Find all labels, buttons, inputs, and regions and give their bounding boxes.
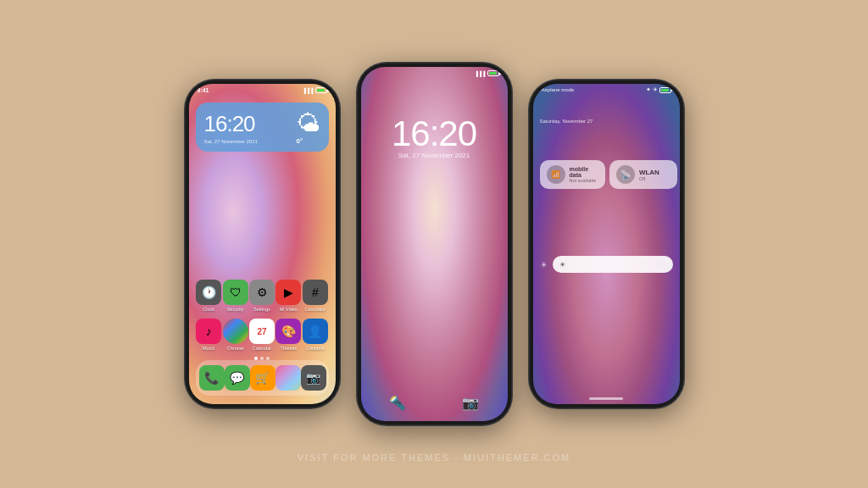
mivideo-icon: ▶ <box>275 280 301 305</box>
app-themes[interactable]: 🎨 Themes <box>275 319 302 351</box>
cc-status-icons: ✦ ✈ <box>646 86 671 93</box>
lock-date: Sat, 27 November 2021 <box>361 152 508 159</box>
app-chrome[interactable]: Chrome <box>222 319 248 351</box>
settings-label: Settings <box>253 307 270 312</box>
themes-icon: 🎨 <box>275 319 301 344</box>
dock-store[interactable]: 🛒 <box>250 365 275 391</box>
dock-camera[interactable]: 📷 <box>301 365 326 391</box>
control-wallpaper <box>533 84 680 404</box>
lock-battery-icon <box>487 70 499 76</box>
chrome-label: Chrome <box>227 346 244 351</box>
wlan-tile[interactable]: 📡 WLAN Off <box>609 160 677 189</box>
airplane-label: Airplane mode <box>542 87 575 92</box>
flashlight-icon[interactable]: 🔦 <box>389 395 406 411</box>
dock-messages[interactable]: 💬 <box>225 365 250 391</box>
store-icon: 🛒 <box>250 365 275 391</box>
music-icon: ♪ <box>196 319 221 344</box>
music-label: Music <box>203 346 214 351</box>
wlan-tile-status: Off <box>639 176 670 181</box>
app-row-2: ♪ Music Chrome 27 Calendar 🎨 Themes <box>189 319 336 351</box>
weather-icon: 🌤 <box>297 109 320 137</box>
lock-status-icons: ▐▐▐ <box>475 70 499 76</box>
themes-label: Themes <box>280 346 297 351</box>
calendar-icon: 27 <box>249 319 275 344</box>
lock-camera-icon[interactable]: 📷 <box>462 395 479 411</box>
cc-battery-icon <box>659 87 671 93</box>
contacts-icon: 👤 <box>303 319 328 344</box>
security-label: Security <box>227 307 244 312</box>
camera-icon: 📷 <box>301 365 326 391</box>
dock-phone[interactable]: 📞 <box>199 365 225 391</box>
lock-status-bar: ▐▐▐ <box>361 67 508 78</box>
chrome-icon <box>223 319 248 344</box>
clock-icon: 🕐 <box>196 280 221 305</box>
mobile-tile-icon: 📶 <box>547 165 565 184</box>
home-status-time: 9:41 <box>198 87 209 93</box>
app-clock[interactable]: 🕐 Clock <box>196 280 222 312</box>
phone-control: Airplane mode ✦ ✈ 16:21 Saturday, Novemb… <box>528 79 685 409</box>
phone-home: 9:41 ▐▐▐ 16:20 Sat, 27 November 2021 🌤 0… <box>184 79 341 409</box>
phone-lock: ▐▐▐ 16:20 Sat, 27 November 2021 🔦 📷 <box>356 62 513 426</box>
home-status-icons: ▐▐▐ <box>303 87 327 93</box>
mobile-tile[interactable]: 📶 mobile data Not available <box>540 160 605 189</box>
cc-home-indicator <box>589 397 623 400</box>
lock-screen: ▐▐▐ 16:20 Sat, 27 November 2021 🔦 📷 <box>361 67 508 421</box>
dock-photos[interactable] <box>275 365 301 391</box>
wlan-tile-info: WLAN Off <box>639 169 670 181</box>
widget-right: 🌤 0° <box>297 109 320 145</box>
app-music[interactable]: ♪ Music <box>196 319 222 351</box>
home-icons: 🕐 Clock 🛡 Security ⚙ Settings ▶ Mi Video <box>189 280 336 358</box>
calculator-label: Calculator <box>304 307 326 312</box>
clock-label: Clock <box>203 307 214 312</box>
home-screen: 9:41 ▐▐▐ 16:20 Sat, 27 November 2021 🌤 0… <box>189 84 336 404</box>
mobile-tile-status: Not available <box>570 178 598 183</box>
lock-time: 16:20 <box>361 114 508 154</box>
phone-icon: 📞 <box>199 365 225 391</box>
app-settings[interactable]: ⚙ Settings <box>248 280 275 312</box>
wlan-tile-icon: 📡 <box>616 165 635 184</box>
home-dock: 📞 💬 🛒 📷 <box>196 360 329 396</box>
app-contacts[interactable]: 👤 Contacts <box>302 319 328 351</box>
app-security[interactable]: 🛡 Security <box>222 280 248 312</box>
app-mivideo[interactable]: ▶ Mi Video <box>275 280 302 312</box>
widget-left: 16:20 Sat, 27 November 2021 <box>204 111 258 144</box>
watermark: VISIT FOR MORE THEMES - MIUITHEMER.COM <box>298 452 571 463</box>
widget-time: 16:20 <box>204 111 258 137</box>
bluetooth-status-icon: ✦ <box>646 86 651 93</box>
lock-signal-icon: ▐▐▐ <box>475 71 486 76</box>
app-calculator[interactable]: # Calculator <box>302 280 328 312</box>
phones-container: 9:41 ▐▐▐ 16:20 Sat, 27 November 2021 🌤 0… <box>184 62 685 426</box>
brightness-low-icon: ☀ <box>540 260 548 269</box>
widget-date: Sat, 27 November 2021 <box>204 139 258 144</box>
home-widget: 16:20 Sat, 27 November 2021 🌤 0° <box>196 103 329 152</box>
messages-icon: 💬 <box>225 365 250 391</box>
contacts-label: Contacts <box>306 346 325 351</box>
mivideo-label: Mi Video <box>280 307 298 312</box>
cc-status-bar: Airplane mode ✦ ✈ <box>533 84 680 95</box>
brightness-track[interactable]: ☀ <box>553 256 673 273</box>
lock-bottom-icons: 🔦 📷 <box>361 395 508 411</box>
cc-date: Saturday, November 27 <box>540 119 593 124</box>
brightness-thumb: ☀ <box>559 261 565 269</box>
mobile-tile-info: mobile data Not available <box>570 166 598 183</box>
wlan-tile-label: WLAN <box>639 169 670 176</box>
settings-icon: ⚙ <box>249 280 275 305</box>
weather-temp: 0° <box>297 137 320 145</box>
app-row-1: 🕐 Clock 🛡 Security ⚙ Settings ▶ Mi Video <box>189 280 336 312</box>
control-screen: Airplane mode ✦ ✈ 16:21 Saturday, Novemb… <box>533 84 680 404</box>
calculator-icon: # <box>303 280 328 305</box>
signal-icon: ▐▐▐ <box>303 88 314 93</box>
calendar-label: Calendar <box>253 346 271 351</box>
security-icon: 🛡 <box>223 280 248 305</box>
airplane-status-icon: ✈ <box>653 86 658 93</box>
home-status-bar: 9:41 ▐▐▐ <box>189 84 336 95</box>
battery-icon <box>315 87 327 93</box>
app-calendar[interactable]: 27 Calendar <box>248 319 275 351</box>
mobile-tile-label: mobile data <box>570 166 598 178</box>
photos-icon <box>275 365 301 391</box>
